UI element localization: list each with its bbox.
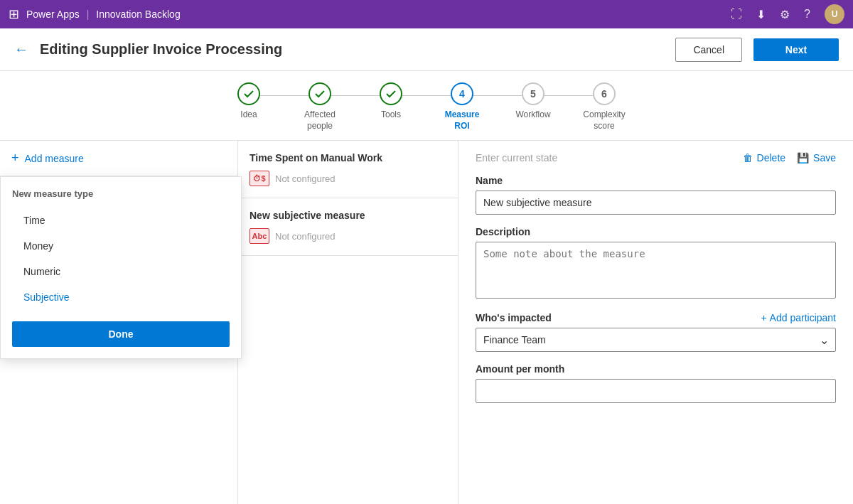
participant-select[interactable]: Finance Team xyxy=(476,328,836,352)
measure-status: AbcNot configured xyxy=(250,228,446,244)
save-button[interactable]: 💾 Save xyxy=(797,152,836,163)
step-2[interactable]: Affected people xyxy=(284,82,355,132)
step-3[interactable]: Tools xyxy=(355,82,426,121)
dropdown-item[interactable]: Money xyxy=(12,233,230,259)
download-icon[interactable]: ⬇ xyxy=(756,8,766,21)
name-label: Name xyxy=(476,175,836,186)
action-buttons: 🗑 Delete 💾 Save xyxy=(743,152,836,163)
measure-status-text: Not configured xyxy=(275,231,336,242)
measure-type-dropdown: New measure type TimeMoneyNumericSubject… xyxy=(0,176,238,359)
description-label: Description xyxy=(476,226,836,237)
main-content: + Add measure Sug...Tim...Mo...Nu...Sub.… xyxy=(0,141,853,504)
back-button[interactable]: ← xyxy=(14,41,28,58)
measure-item[interactable]: Time Spent on Manual Work⏱$Not configure… xyxy=(238,141,458,198)
step-label-6: Complexity score xyxy=(583,109,625,132)
stepper: IdeaAffected peopleTools4Measure ROI5Wor… xyxy=(0,71,853,141)
plus-icon: + xyxy=(11,151,19,166)
step-6[interactable]: 6Complexity score xyxy=(569,82,640,132)
add-participant-button[interactable]: + Add participant xyxy=(761,312,836,323)
step-label-5: Workflow xyxy=(515,109,550,121)
app-name: Power Apps xyxy=(26,9,80,20)
step-circle-5: 5 xyxy=(522,82,544,105)
plus-icon-participant: + xyxy=(761,312,766,323)
right-panel: Enter current state 🗑 Delete 💾 Save Name… xyxy=(458,141,853,504)
delete-label: Delete xyxy=(757,152,785,163)
cancel-button[interactable]: Cancel xyxy=(675,38,742,62)
add-measure-label: Add measure xyxy=(25,153,84,164)
amount-label: Amount per month xyxy=(476,363,836,375)
delete-button[interactable]: 🗑 Delete xyxy=(743,152,785,163)
participant-select-wrapper: Finance Team ⌄ xyxy=(476,328,836,352)
step-label-2: Affected people xyxy=(304,109,336,132)
step-label-4: Measure ROI xyxy=(445,109,480,132)
save-icon: 💾 xyxy=(797,152,809,163)
help-icon[interactable]: ? xyxy=(804,8,810,21)
dropdown-item[interactable]: Subjective xyxy=(12,284,230,310)
measure-status: ⏱$Not configured xyxy=(250,171,446,186)
add-participant-label: Add participant xyxy=(770,312,836,323)
add-measure-button[interactable]: + Add measure xyxy=(0,141,237,176)
topbar: ⊞ Power Apps | Innovation Backlog ⛶ ⬇ ⚙ … xyxy=(0,0,853,28)
measure-item-title: Time Spent on Manual Work xyxy=(250,152,446,163)
step-1[interactable]: Idea xyxy=(213,82,284,121)
dropdown-item[interactable]: Time xyxy=(12,208,230,233)
enter-state-label: Enter current state xyxy=(476,152,557,163)
step-circle-4: 4 xyxy=(451,82,473,105)
step-circle-1 xyxy=(237,82,260,105)
step-circle-2 xyxy=(309,82,331,105)
page-title: Editing Supplier Invoice Processing xyxy=(40,41,664,58)
right-panel-header: Enter current state 🗑 Delete 💾 Save xyxy=(476,152,836,163)
dropdown-done-button[interactable]: Done xyxy=(12,321,230,347)
trash-icon: 🗑 xyxy=(743,152,753,163)
measure-status-text: Not configured xyxy=(275,173,336,184)
step-5[interactable]: 5Workflow xyxy=(498,82,569,121)
step-circle-3 xyxy=(380,82,402,105)
step-label-3: Tools xyxy=(381,109,401,121)
page-name: Innovation Backlog xyxy=(96,9,180,20)
step-circle-6: 6 xyxy=(593,82,616,105)
settings-icon[interactable]: ⚙ xyxy=(780,8,790,21)
measure-item[interactable]: New subjective measureAbcNot configured xyxy=(238,198,458,256)
dropdown-item[interactable]: Numeric xyxy=(12,259,230,284)
whos-impacted-label: Who's impacted xyxy=(476,312,552,323)
avatar[interactable]: U xyxy=(825,4,844,24)
middle-panel: Time Spent on Manual Work⏱$Not configure… xyxy=(238,141,458,504)
measure-type-icon: Abc xyxy=(250,228,269,244)
grid-icon[interactable]: ⊞ xyxy=(9,6,19,22)
whos-impacted-row: Who's impacted + Add participant xyxy=(476,312,836,323)
header-row: ← Editing Supplier Invoice Processing Ca… xyxy=(0,28,853,71)
name-input[interactable] xyxy=(476,191,836,215)
measure-item-title: New subjective measure xyxy=(250,210,446,221)
save-label: Save xyxy=(813,152,836,163)
measure-type-icon: ⏱$ xyxy=(250,171,269,186)
left-panel: + Add measure Sug...Tim...Mo...Nu...Sub.… xyxy=(0,141,238,504)
screen-icon[interactable]: ⛶ xyxy=(731,8,742,21)
step-4[interactable]: 4Measure ROI xyxy=(426,82,498,132)
dropdown-title: New measure type xyxy=(12,188,230,199)
topbar-divider: | xyxy=(87,9,90,20)
next-button[interactable]: Next xyxy=(753,38,839,61)
step-label-1: Idea xyxy=(240,109,257,121)
amount-input[interactable] xyxy=(476,379,836,403)
description-textarea[interactable] xyxy=(476,242,836,299)
